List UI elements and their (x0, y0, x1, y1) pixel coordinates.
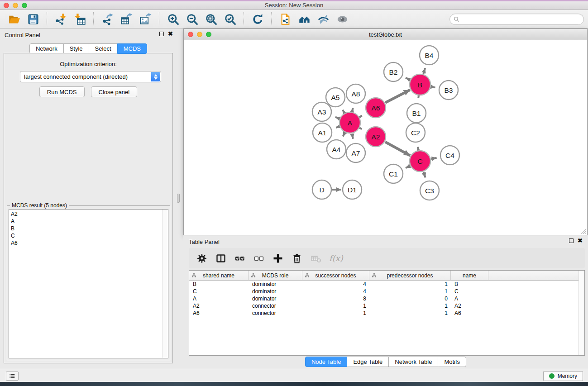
table-row[interactable]: A6connector11A6 (189, 310, 584, 317)
float-panel-icon[interactable] (159, 32, 164, 36)
result-list-scrollbar[interactable] (162, 210, 168, 358)
window-resize-grip[interactable] (580, 228, 587, 234)
import-table-file-icon (74, 13, 86, 25)
table-cell: A (451, 295, 488, 302)
network-window-titlebar[interactable]: testGlobe.txt (184, 29, 587, 40)
import-network-file-button[interactable] (51, 11, 70, 27)
graph-node-C2[interactable]: C2 (406, 123, 425, 142)
mcds-result-item[interactable]: A6 (11, 239, 168, 247)
export-network-button[interactable] (98, 11, 117, 27)
show-column-button[interactable] (212, 250, 229, 267)
toolbar-group (248, 11, 267, 27)
column-header-mcds-role[interactable]: MCDS role (249, 271, 302, 280)
table-row[interactable]: Cdominator41C (189, 288, 584, 295)
mcds-result-item[interactable]: A2 (11, 210, 168, 218)
memory-button[interactable]: Memory (543, 371, 583, 381)
mcds-result-item[interactable]: C (11, 232, 168, 239)
graph-node-C[interactable]: C (410, 151, 430, 172)
tab-node-table[interactable]: Node Table (305, 357, 348, 367)
search-input[interactable] (459, 15, 583, 24)
mcds-result-list[interactable]: A2ABCA6 (9, 209, 168, 358)
column-header-successor-nodes[interactable]: successor nodes (302, 271, 369, 280)
table-row[interactable]: Adominator80A (189, 295, 584, 302)
graph-node-C1[interactable]: C1 (384, 164, 403, 183)
mcds-result-item[interactable]: B (11, 225, 168, 232)
graph-node-A1[interactable]: A1 (313, 123, 332, 142)
graph-node-A8[interactable]: A8 (346, 84, 365, 103)
zoom-in-button[interactable] (163, 11, 182, 27)
tab-mcds[interactable]: MCDS (117, 43, 147, 54)
tab-network[interactable]: Network (29, 43, 64, 54)
vertical-splitter-grip[interactable] (177, 194, 180, 203)
search-field[interactable] (449, 14, 584, 25)
zoom-selected-button[interactable] (220, 11, 239, 27)
column-header-name[interactable]: name (451, 271, 488, 280)
table-settings-button[interactable] (193, 250, 210, 267)
table-cell: A6 (451, 310, 488, 317)
mcds-result-item[interactable]: A (11, 218, 168, 225)
open-session-button[interactable] (5, 11, 24, 27)
column-header-shared-name[interactable]: shared name (189, 271, 249, 280)
graph-node-B1[interactable]: B1 (407, 104, 426, 123)
delete-columns-button[interactable] (288, 250, 306, 267)
graph-node-B4[interactable]: B4 (420, 46, 439, 65)
tab-select[interactable]: Select (89, 43, 118, 54)
graph-node-A[interactable]: A (339, 112, 360, 133)
graph-node-D[interactable]: D (312, 180, 331, 199)
network-canvas-svg[interactable]: AA1A3A5A8A4A7A6A2BB2B4B3B1CC2C4C1C3DD1 (184, 40, 587, 234)
delete-table-button[interactable] (307, 250, 325, 267)
tab-style[interactable]: Style (63, 43, 89, 54)
add-column-button[interactable] (269, 250, 287, 267)
graph-node-B[interactable]: B (410, 74, 430, 95)
table-row[interactable]: Bdominator41B (189, 281, 584, 288)
deselect-all-rows-button[interactable] (250, 250, 268, 267)
table-row[interactable]: A2connector11A2 (189, 302, 584, 310)
refresh-view-button[interactable] (248, 11, 267, 27)
run-mcds-button[interactable]: Run MCDS (39, 86, 85, 97)
graph-edge-C-C3 (424, 172, 425, 178)
svg-text:A6: A6 (372, 104, 380, 112)
table-scrollbar[interactable] (578, 271, 584, 355)
graph-node-A7[interactable]: A7 (346, 143, 365, 162)
select-all-rows-button[interactable] (231, 250, 249, 267)
graph-node-A5[interactable]: A5 (326, 88, 345, 107)
graph-node-A2[interactable]: A2 (366, 127, 386, 147)
save-session-button[interactable] (24, 11, 43, 27)
graph-edge-A-A3 (335, 117, 339, 119)
import-table-file-button[interactable] (70, 11, 89, 27)
graph-node-A4[interactable]: A4 (327, 140, 346, 159)
deselect-all-rows-icon (253, 253, 264, 264)
close-panel-button[interactable]: Close panel (91, 86, 138, 97)
mcds-tab-content: Optimization criterion: largest connecte… (4, 53, 173, 363)
export-image-button[interactable] (136, 11, 155, 27)
tab-motifs[interactable]: Motifs (438, 357, 466, 367)
graph-edge-C-C2 (418, 147, 418, 150)
graph-node-C4[interactable]: C4 (440, 146, 459, 165)
apply-preferred-layout-button[interactable] (295, 11, 314, 27)
close-table-panel-icon[interactable]: ✖ (578, 238, 583, 243)
graph-node-B2[interactable]: B2 (384, 62, 403, 81)
show-graphics-details-button[interactable] (333, 11, 352, 27)
graph-node-A3[interactable]: A3 (312, 102, 331, 121)
delete-columns-icon (292, 253, 302, 264)
graph-node-C3[interactable]: C3 (420, 181, 439, 200)
function-builder-button[interactable]: f(x) (326, 253, 343, 263)
hide-graphics-details-button[interactable] (314, 11, 333, 27)
toolbar-group (51, 11, 89, 27)
network-from-clipboard-button[interactable] (276, 11, 295, 27)
tab-network-table[interactable]: Network Table (388, 357, 438, 367)
table-cell: 1 (302, 310, 369, 317)
close-panel-icon[interactable]: ✖ (168, 32, 173, 36)
task-history-button[interactable] (6, 372, 19, 381)
tab-edge-table[interactable]: Edge Table (347, 357, 389, 367)
column-header-predecessor-nodes[interactable]: predecessor nodes (369, 271, 451, 280)
graph-node-A6[interactable]: A6 (366, 98, 386, 118)
graph-node-B3[interactable]: B3 (439, 81, 458, 100)
criterion-dropdown[interactable]: largest connected component (directed) (20, 71, 161, 82)
float-table-panel-icon[interactable] (569, 238, 574, 243)
zoom-fit-content-button[interactable] (201, 11, 220, 27)
graph-node-D1[interactable]: D1 (343, 180, 362, 199)
export-table-button[interactable] (117, 11, 136, 27)
zoom-out-button[interactable] (182, 11, 201, 27)
table-cell: connector (249, 302, 302, 310)
